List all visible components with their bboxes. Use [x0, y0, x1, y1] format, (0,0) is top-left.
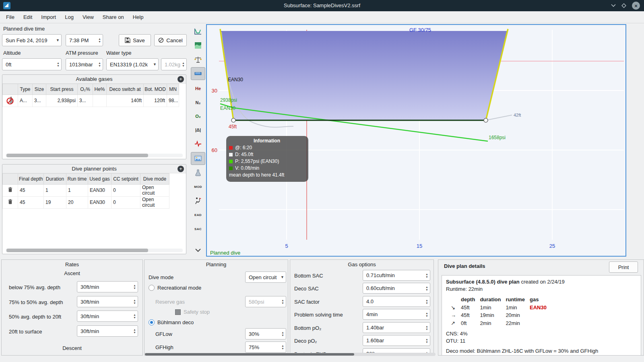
bottom-sac-spinner[interactable]: 0.71cuft/min ▲▼	[363, 270, 430, 281]
menu-help[interactable]: Help	[128, 12, 148, 22]
cell-start-press[interactable]: 2,938psi	[46, 95, 78, 107]
profile-handle-end[interactable]	[484, 118, 488, 122]
cylinder-prohibited-icon[interactable]	[3, 95, 18, 107]
cell-size[interactable]: 3...	[33, 95, 46, 107]
helium-icon[interactable]: He	[191, 82, 205, 95]
ruler-icon[interactable]	[191, 67, 205, 80]
altitude-spinner[interactable]: 0ft ▲▼	[2, 58, 62, 70]
cell-gas[interactable]: EAN30	[88, 185, 111, 197]
scale-icon[interactable]	[191, 53, 205, 66]
altitude-label: Altitude	[3, 50, 21, 56]
gas-change-icon[interactable]	[191, 166, 205, 179]
cell-o2[interactable]: 3...	[78, 95, 93, 107]
gas-row: A... 3... 2,938psi 3... 140ft 120ft 98..…	[3, 95, 179, 107]
menu-log[interactable]: Log	[60, 12, 78, 22]
dive-date-combo[interactable]: Sun Feb 24, 2019 ▼	[2, 34, 62, 46]
cell-deco-switch[interactable]: 140ft	[107, 95, 144, 107]
cell-runtime[interactable]: 1	[66, 185, 88, 197]
sac-factor-spinner[interactable]: 4.0 ▲▼	[363, 296, 430, 307]
recreational-mode-radio[interactable]: Recreational mode	[149, 285, 201, 291]
gflow-spinner[interactable]: 30% ▲▼	[245, 328, 286, 339]
maximize-button[interactable]	[620, 2, 628, 10]
ceiling-icon[interactable]	[191, 39, 205, 52]
bottom-hscrollbar[interactable]	[144, 353, 436, 356]
cell-depth[interactable]: 45	[18, 197, 44, 209]
radio-checked-icon	[149, 319, 155, 325]
dive-planner-points-title: Dive planner points	[2, 166, 186, 172]
cell-divemode[interactable]: Open circuit	[140, 197, 169, 209]
points-hscrollbar[interactable]	[6, 249, 183, 252]
ead-icon[interactable]: EAD	[191, 208, 205, 221]
dive-profile-chart[interactable]: GF 30/75 EAN30 2938psi EAN30 30 60 45ft …	[206, 24, 626, 257]
dive-mode-label: Dive mode	[149, 274, 173, 280]
nitrogen-icon[interactable]: N₂	[191, 96, 205, 109]
cell-divemode[interactable]: Open circuit	[140, 185, 169, 197]
delete-point-icon[interactable]	[3, 197, 18, 209]
rate-spinner-1[interactable]: 30ft/min ▲▼	[77, 281, 138, 292]
deco-po2-spinner[interactable]: 1.60bar ▲▼	[363, 335, 430, 346]
profile-scale-icon[interactable]	[191, 25, 205, 38]
profile-handle-start[interactable]	[231, 118, 235, 122]
minimize-button[interactable]	[609, 2, 617, 10]
cancel-button[interactable]: Cancel	[154, 34, 187, 46]
window-title: Subsurface: SampleDivesV2.ssrf	[0, 2, 644, 8]
heartrate-icon[interactable]	[191, 137, 205, 150]
cell-runtime[interactable]: 20	[66, 197, 88, 209]
cell-depth[interactable]: 45	[18, 185, 44, 197]
rate-spinner-3[interactable]: 30ft/min ▲▼	[77, 311, 138, 322]
cell-setpoint[interactable]: 0	[111, 197, 140, 209]
rate-spinner-4[interactable]: 30ft/min ▲▼	[77, 325, 138, 337]
menu-import[interactable]: Import	[37, 12, 60, 22]
add-gas-button[interactable]: +	[178, 76, 184, 82]
x-tick-5: 5	[285, 243, 288, 249]
menu-view[interactable]: View	[78, 12, 98, 22]
info-tooltip[interactable]: Information @: 6:20 D: 45.0ft P: 2,557ps…	[226, 136, 308, 182]
deco-sac-spinner[interactable]: 0.60cuft/min ▲▼	[363, 283, 430, 294]
photos-icon[interactable]	[191, 152, 205, 165]
tooltip-title: Information	[229, 138, 305, 144]
column-header: Type	[18, 84, 33, 95]
toolbar-collapse-icon[interactable]	[191, 244, 205, 257]
sac-runner-icon[interactable]	[191, 194, 205, 207]
cell-duration[interactable]: 1	[44, 185, 66, 197]
column-header: Dive mode	[140, 174, 169, 185]
cell-type[interactable]: A...	[18, 95, 33, 107]
cell-bot-mod[interactable]: 120ft	[144, 95, 167, 107]
cell-duration[interactable]: 19	[44, 197, 66, 209]
save-button[interactable]: Save	[119, 34, 151, 46]
atm-pressure-spinner[interactable]: 1013mbar ▲▼	[66, 58, 103, 70]
dive-time-spinner[interactable]: 7:38 PM ▲▼	[66, 34, 103, 46]
delete-point-icon[interactable]	[3, 185, 18, 197]
mod-icon[interactable]: MOD	[191, 180, 205, 193]
bottom-po2-spinner[interactable]: 1.40bar ▲▼	[363, 322, 430, 333]
cell-gas[interactable]: EAN30	[88, 197, 111, 209]
buhlmann-deco-radio[interactable]: Bühlmann deco	[149, 319, 194, 325]
tissue-delta-icon[interactable]: |Δ|	[191, 123, 205, 136]
cell-he[interactable]	[93, 95, 107, 107]
menubar: File Edit Import Log View Share on Help	[0, 11, 644, 23]
ascent-title: Ascent	[2, 270, 142, 276]
add-point-button[interactable]: +	[178, 166, 184, 172]
menu-file[interactable]: File	[2, 12, 19, 22]
dive-mode-combo[interactable]: Open circuit ▼	[245, 272, 286, 283]
sac-icon[interactable]: SAC	[191, 222, 205, 235]
print-button[interactable]: Print	[609, 261, 638, 273]
cell-mn[interactable]: 98...	[167, 95, 179, 107]
spin-arrows-icon: ▲▼	[97, 37, 101, 43]
rate-spinner-2[interactable]: 30ft/min ▲▼	[77, 296, 138, 307]
reserve-gas-spinner: 580psi ▲▼	[245, 296, 286, 307]
close-button[interactable]: ×	[632, 2, 640, 10]
column-header: O₂%	[78, 84, 93, 95]
gases-hscrollbar[interactable]	[6, 154, 183, 157]
spin-arrows-icon: ▲▼	[280, 331, 284, 337]
oxygen-icon[interactable]: O₂	[191, 110, 205, 123]
menu-edit[interactable]: Edit	[19, 12, 37, 22]
mean-depth-line	[486, 115, 512, 120]
problem-time-spinner[interactable]: 4min ▲▼	[363, 309, 430, 320]
rate-label: below 75% avg. depth	[9, 284, 60, 290]
cell-setpoint[interactable]: 0	[111, 185, 140, 197]
menu-share-on[interactable]: Share on	[98, 12, 128, 22]
bottom-depth-label: 45ft	[229, 124, 237, 130]
water-type-combo[interactable]: EN13319 (1.02k ▼	[106, 58, 159, 70]
gfhigh-spinner[interactable]: 75% ▲▼	[245, 341, 286, 353]
